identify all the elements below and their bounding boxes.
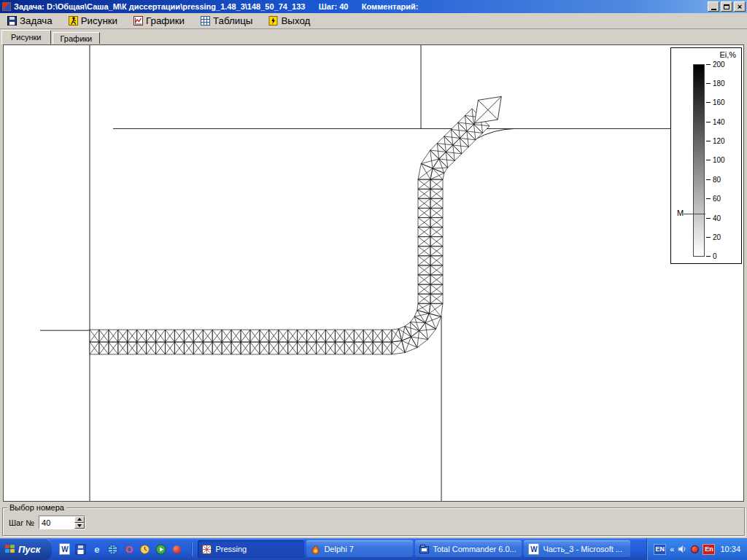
step-groupbox: Выбор номера Шаг № — [2, 508, 745, 536]
taskbar-divider — [191, 542, 192, 556]
task-button-pressing[interactable]: Pressing — [198, 540, 304, 558]
delphi-flame-icon — [311, 545, 320, 554]
windows-flag-icon — [4, 544, 15, 554]
toolbar-task-label: Задача — [20, 15, 53, 26]
application-window: Задача: D:\Общая\Саша_М\К диссертации\pr… — [0, 0, 747, 560]
taskbar: Пуск W e O Press — [0, 538, 747, 560]
quick-launch-bar: W e O — [52, 542, 188, 556]
task-button-label: Часть_3 - Microsoft ... — [543, 545, 622, 553]
chevron-up-icon — [77, 518, 82, 521]
exit-icon — [268, 16, 278, 26]
task-button-label: Total Commander 6.0... — [433, 545, 516, 553]
legend-gradient-bar — [693, 64, 705, 257]
toolbar-exit-label: Выход — [281, 15, 310, 26]
total-commander-icon — [419, 545, 429, 554]
legend-title: Ei,% — [719, 50, 736, 59]
pressing-app-icon — [202, 545, 212, 554]
minimize-icon — [711, 9, 716, 10]
legend-panel: Ei,% M 200 180 160 140 120 100 80 60 40 … — [670, 47, 742, 264]
legend-ticks: 200 180 160 140 120 100 80 60 40 20 0 — [706, 59, 725, 262]
maximize-icon — [724, 4, 729, 9]
app-icon — [2, 2, 11, 11]
window-title: Задача: D:\Общая\Саша_М\К диссертации\pr… — [14, 2, 708, 11]
minimize-button[interactable] — [708, 1, 719, 12]
toolbar-tables-label: Таблицы — [213, 15, 252, 26]
quicklaunch-misc-icon[interactable] — [170, 542, 184, 556]
toolbar-task-button[interactable]: Задача — [3, 14, 57, 28]
quicklaunch-clock-icon[interactable] — [138, 542, 152, 556]
step-up-button[interactable] — [74, 516, 85, 523]
close-icon: × — [738, 3, 742, 10]
quicklaunch-ie-icon[interactable]: e — [90, 542, 104, 556]
chevron-down-icon — [77, 524, 82, 527]
word-doc-icon: W — [528, 543, 539, 555]
table-icon — [201, 16, 210, 26]
task-button-delphi[interactable]: Delphi 7 — [306, 540, 413, 558]
drawing-canvas[interactable]: Ei,% M 200 180 160 140 120 100 80 60 40 … — [3, 44, 744, 502]
step-panel: Выбор номера Шаг № — [0, 503, 747, 538]
toolbar-pictures-button[interactable]: Рисунки — [64, 14, 122, 28]
toolbar-graphs-button[interactable]: Графики — [129, 14, 189, 28]
toolbar-graphs-label: Графики — [146, 15, 185, 26]
system-tray: EN « En 10:34 — [646, 538, 747, 560]
antivirus-icon[interactable] — [691, 545, 699, 553]
start-button-label: Пуск — [18, 544, 40, 555]
step-down-button[interactable] — [74, 523, 85, 529]
mesh-canvas-svg — [4, 45, 743, 501]
toolbar-tables-button[interactable]: Таблицы — [196, 14, 257, 28]
tab-bar: Рисунки Графики — [0, 29, 747, 44]
task-button-total-commander[interactable]: Total Commander 6.0... — [415, 540, 522, 558]
toolbar: Задача Рисунки Графики Таблицы Выход — [0, 13, 747, 29]
quicklaunch-media-icon[interactable] — [154, 542, 168, 556]
language-indicator[interactable]: EN — [654, 544, 666, 555]
quicklaunch-opera-icon[interactable]: O — [122, 542, 136, 556]
title-bar: Задача: D:\Общая\Саша_М\К диссертации\pr… — [0, 0, 747, 13]
task-button-label: Delphi 7 — [324, 545, 353, 553]
tray-clock[interactable]: 10:34 — [720, 545, 740, 553]
quicklaunch-word-icon[interactable]: W — [58, 542, 71, 556]
start-button[interactable]: Пуск — [0, 538, 52, 560]
task-buttons: Pressing Delphi 7 Total Commander 6.0...… — [195, 540, 646, 558]
client-area: Ei,% M 200 180 160 140 120 100 80 60 40 … — [0, 44, 747, 503]
tab-pictures[interactable]: Рисунки — [1, 30, 51, 44]
step-number-label: Шаг № — [9, 518, 34, 527]
volume-icon[interactable] — [678, 545, 687, 553]
toolbar-pictures-label: Рисунки — [81, 15, 117, 26]
tab-graphs[interactable]: Графики — [53, 32, 101, 44]
floppy-icon — [7, 16, 17, 26]
figure-icon — [69, 16, 78, 26]
punto-language-icon[interactable]: En — [703, 544, 715, 555]
legend-marker-line — [684, 214, 705, 214]
task-button-label: Pressing — [215, 545, 247, 553]
legend-marker-m: M — [677, 209, 684, 217]
close-button[interactable]: × — [734, 1, 746, 12]
step-number-input[interactable] — [39, 516, 74, 529]
task-button-word-doc[interactable]: W Часть_3 - Microsoft ... — [524, 540, 630, 558]
toolbar-exit-button[interactable]: Выход — [264, 14, 314, 28]
quicklaunch-globe-icon[interactable] — [106, 542, 120, 556]
tray-chevron-icon[interactable]: « — [670, 545, 674, 553]
chart-icon — [133, 16, 143, 26]
maximize-button[interactable] — [721, 1, 732, 12]
quicklaunch-save-icon[interactable] — [74, 542, 88, 556]
step-group-label: Выбор номера — [7, 503, 66, 512]
